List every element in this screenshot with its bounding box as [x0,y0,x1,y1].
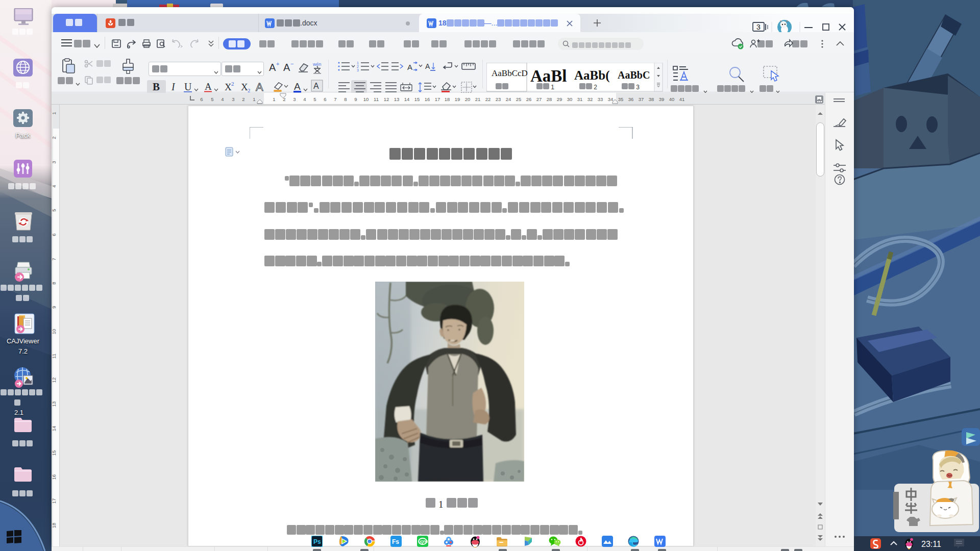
svg-text:24: 24 [506,96,511,102]
svg-text:33: 33 [598,96,603,102]
svg-text:1: 1 [52,112,57,114]
svg-text:16: 16 [425,96,430,102]
svg-text:Ps: Ps [313,538,321,545]
svg-text:5: 5 [211,96,213,102]
svg-text:2: 2 [231,81,234,87]
svg-text:2: 2 [52,136,57,139]
svg-text:X: X [241,82,248,92]
svg-text:13: 13 [394,96,400,102]
svg-text:27: 27 [536,96,542,102]
svg-text:5: 5 [313,96,316,102]
svg-text:wén: wén [312,62,322,67]
svg-text:AaBb(: AaBb( [574,68,609,83]
svg-text:4: 4 [221,96,224,102]
svg-text:25: 25 [516,96,522,102]
svg-text:34: 34 [608,96,614,102]
svg-text:1: 1 [253,96,255,102]
svg-text:3: 3 [232,96,234,102]
svg-text:AaBbCcD: AaBbCcD [492,68,528,78]
svg-text:3: 3 [756,23,761,31]
svg-text:32: 32 [587,96,593,102]
svg-text:39: 39 [659,96,665,102]
svg-text:+: + [276,61,279,67]
svg-text:11: 11 [52,354,57,359]
svg-text:35: 35 [618,96,624,102]
svg-text:3: 3 [357,68,359,72]
svg-text:13: 13 [52,402,57,407]
svg-text:2: 2 [242,96,244,102]
svg-text:X: X [225,82,232,92]
svg-text:6: 6 [200,96,203,102]
svg-text:3: 3 [52,161,57,163]
svg-text:1: 1 [357,61,359,65]
svg-text:16: 16 [52,474,57,480]
svg-text:4: 4 [303,96,306,102]
svg-text:36: 36 [628,96,634,102]
svg-text:B: B [153,81,160,93]
svg-text:A: A [407,63,412,71]
svg-text:26: 26 [526,96,532,102]
svg-text:23: 23 [496,96,501,102]
svg-text:10: 10 [363,96,369,102]
svg-text:A: A [313,82,319,90]
svg-text:iQIYI: iQIYI [420,540,428,544]
svg-text:38: 38 [649,96,654,102]
svg-text:23:11: 23:11 [921,540,941,548]
svg-text:8: 8 [52,282,57,284]
svg-text:7: 7 [334,96,336,102]
svg-text:6: 6 [324,96,326,102]
svg-text:10: 10 [52,329,57,335]
svg-text:6: 6 [52,233,57,236]
svg-text:22: 22 [485,96,491,102]
svg-text:12: 12 [384,96,389,102]
svg-text:−: − [290,61,293,67]
svg-text:17: 17 [435,96,440,102]
svg-text:18: 18 [445,96,450,102]
svg-text:AaBbC: AaBbC [618,69,650,81]
svg-text:2: 2 [357,65,359,68]
svg-text:U: U [184,81,192,92]
svg-text:15: 15 [52,450,57,456]
svg-text:I: I [171,81,176,92]
svg-text:8: 8 [344,96,347,102]
svg-text:A: A [269,62,276,73]
svg-text:40: 40 [669,96,675,102]
svg-text:17: 17 [52,498,57,504]
svg-text:A: A [205,81,212,92]
svg-text:1: 1 [273,96,275,102]
svg-text:12: 12 [52,378,57,383]
svg-text:7: 7 [52,258,57,260]
svg-text:28: 28 [547,96,552,102]
svg-text:37: 37 [639,96,644,102]
svg-text:A: A [294,81,301,92]
svg-text:41: 41 [679,96,685,102]
svg-text:29: 29 [557,96,562,102]
svg-text:5: 5 [52,209,57,211]
svg-text:9: 9 [52,306,57,308]
svg-text:3: 3 [293,96,296,102]
svg-text:Fs: Fs [392,538,399,545]
svg-text:4: 4 [52,185,57,187]
svg-text:A: A [283,62,290,73]
svg-text:15: 15 [414,96,420,102]
svg-text:A: A [425,62,430,70]
svg-text:A: A [256,81,263,93]
svg-text:18: 18 [52,523,57,529]
svg-text:21: 21 [475,96,481,102]
svg-text:31: 31 [577,96,583,102]
svg-text:20: 20 [465,96,471,102]
svg-text:19: 19 [455,96,460,102]
svg-text:14: 14 [404,96,410,102]
svg-text:9: 9 [354,96,357,102]
svg-text:30: 30 [567,96,573,102]
svg-text:11: 11 [374,96,379,102]
svg-text:14: 14 [52,426,57,432]
